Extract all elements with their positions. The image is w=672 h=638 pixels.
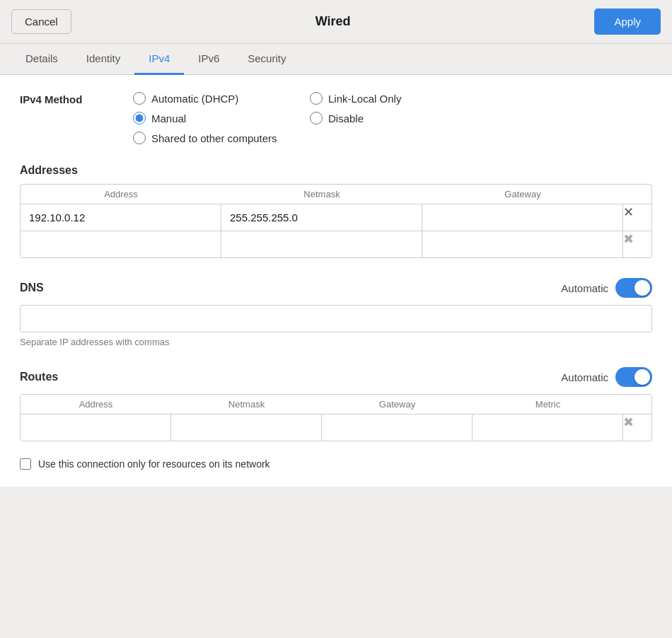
address-cell-gateway-1 — [422, 204, 623, 231]
routes-automatic-label: Automatic — [561, 371, 608, 383]
address-input-2[interactable] — [21, 231, 221, 257]
routes-col-metric: Metric — [473, 395, 623, 414]
tab-details[interactable]: Details — [11, 44, 72, 75]
method-manual[interactable]: Manual — [133, 112, 296, 124]
addresses-title: Addresses — [20, 164, 652, 177]
routes-col-gateway: Gateway — [322, 395, 473, 414]
method-link-local[interactable]: Link-Local Only — [310, 92, 473, 105]
remove-row-1-button[interactable]: ✕ — [623, 204, 634, 220]
method-disable-radio[interactable] — [310, 112, 323, 124]
method-automatic-label: Automatic (DHCP) — [151, 93, 238, 105]
routes-section: Routes Automatic Address Netmask Gateway… — [20, 367, 652, 441]
method-disable[interactable]: Disable — [310, 112, 473, 124]
method-disable-label: Disable — [328, 112, 364, 124]
routes-table: Address Netmask Gateway Metric — [20, 394, 652, 441]
only-resources-label: Use this connection only for resources o… — [38, 458, 270, 470]
dns-input[interactable] — [20, 305, 652, 332]
address-cell-address-1 — [21, 204, 221, 231]
header: Cancel Wired Apply — [0, 0, 672, 44]
remove-row-2-button[interactable]: ✖ — [623, 231, 634, 247]
address-cell-remove-1: ✕ — [623, 204, 651, 231]
method-shared[interactable]: Shared to other computers — [133, 132, 473, 144]
method-link-local-label: Link-Local Only — [328, 93, 401, 105]
addresses-section: Addresses Address Netmask Gateway — [20, 164, 652, 258]
ipv4-method-label: IPv4 Method — [20, 92, 133, 105]
tab-bar: Details Identity IPv4 IPv6 Security — [0, 44, 672, 75]
method-automatic[interactable]: Automatic (DHCP) — [133, 92, 296, 105]
address-cell-gateway-2 — [422, 231, 623, 257]
method-shared-radio[interactable] — [133, 132, 146, 144]
col-header-gateway: Gateway — [422, 185, 623, 204]
remove-route-button[interactable]: ✖ — [623, 414, 634, 430]
routes-netmask-input[interactable] — [171, 414, 321, 441]
tab-ipv4[interactable]: IPv4 — [134, 44, 184, 75]
address-cell-remove-2: ✖ — [623, 231, 651, 257]
routes-header-row: Address Netmask Gateway Metric — [21, 395, 651, 414]
routes-cell-gateway — [322, 414, 473, 441]
dns-automatic-label: Automatic — [561, 282, 608, 294]
address-input-1[interactable] — [21, 204, 221, 231]
routes-address-input[interactable] — [21, 414, 170, 441]
dns-toggle-slider — [615, 278, 652, 298]
address-header-row: Address Netmask Gateway — [21, 185, 651, 204]
method-automatic-radio[interactable] — [133, 92, 146, 105]
routes-toggle-slider — [615, 367, 652, 387]
only-resources-checkbox-row[interactable]: Use this connection only for resources o… — [20, 458, 652, 470]
routes-col-netmask: Netmask — [171, 395, 322, 414]
dialog-title: Wired — [315, 14, 351, 29]
routes-header: Routes Automatic — [20, 367, 652, 387]
only-resources-checkbox[interactable] — [20, 458, 31, 470]
address-row: ✖ — [21, 231, 651, 257]
gateway-input-2[interactable] — [422, 231, 622, 257]
method-link-local-radio[interactable] — [310, 92, 323, 105]
routes-data-row: ✖ — [21, 414, 651, 441]
routes-cell-address — [21, 414, 171, 441]
dns-title: DNS — [20, 282, 44, 294]
content-area: IPv4 Method Automatic (DHCP) Link-Local … — [0, 75, 672, 487]
netmask-input-2[interactable] — [221, 231, 422, 257]
routes-automatic-toggle-group: Automatic — [561, 367, 652, 387]
routes-cell-netmask — [171, 414, 322, 441]
address-table: Address Netmask Gateway ✕ — [20, 184, 652, 258]
dns-automatic-toggle[interactable] — [615, 278, 652, 298]
dns-section: DNS Automatic Separate IP addresses with… — [20, 278, 652, 347]
address-cell-netmask-1 — [221, 204, 422, 231]
gateway-input-1[interactable] — [422, 204, 622, 231]
dns-hint: Separate IP addresses with commas — [20, 337, 652, 347]
routes-automatic-toggle[interactable] — [615, 367, 652, 387]
method-manual-radio[interactable] — [133, 112, 146, 124]
address-cell-netmask-2 — [221, 231, 422, 257]
address-row: ✕ — [21, 204, 651, 231]
method-shared-label: Shared to other computers — [151, 132, 277, 144]
apply-button[interactable]: Apply — [594, 8, 661, 35]
method-manual-label: Manual — [151, 112, 186, 124]
col-header-address: Address — [21, 185, 221, 204]
cancel-button[interactable]: Cancel — [11, 9, 71, 34]
col-header-netmask: Netmask — [221, 185, 422, 204]
tab-security[interactable]: Security — [233, 44, 300, 75]
routes-cell-metric — [473, 414, 623, 441]
netmask-input-1[interactable] — [221, 204, 422, 231]
ipv4-method-section: IPv4 Method Automatic (DHCP) Link-Local … — [20, 92, 652, 144]
routes-gateway-input[interactable] — [322, 414, 472, 441]
tab-ipv6[interactable]: IPv6 — [184, 44, 233, 75]
dns-header: DNS Automatic — [20, 278, 652, 298]
routes-metric-input[interactable] — [473, 414, 622, 441]
address-cell-address-2 — [21, 231, 221, 257]
routes-cell-remove: ✖ — [623, 414, 651, 441]
col-header-remove — [623, 185, 651, 204]
routes-title: Routes — [20, 371, 58, 383]
routes-col-remove — [623, 395, 651, 414]
tab-identity[interactable]: Identity — [72, 44, 134, 75]
dns-automatic-toggle-group: Automatic — [561, 278, 652, 298]
routes-col-address: Address — [21, 395, 171, 414]
